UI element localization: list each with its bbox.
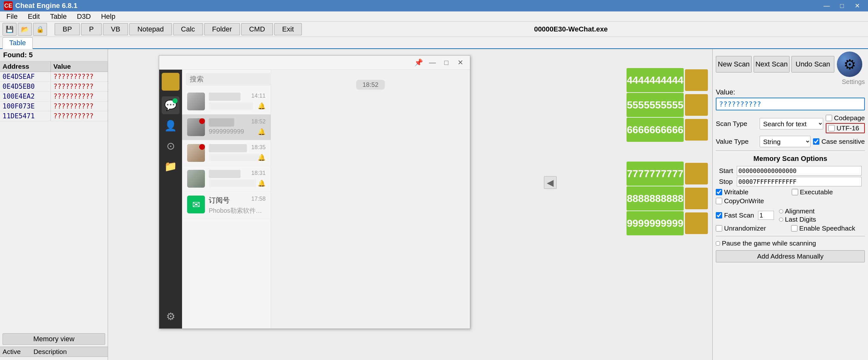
collapse-arrow-icon[interactable]: ◀: [544, 176, 557, 189]
memory-scan-options: Memory Scan Options Start Stop Writable …: [713, 153, 868, 234]
main-layout: Found: 5 Address Value 0E4DSEAF ????????…: [0, 49, 868, 360]
subscription-time: 17:58: [251, 196, 266, 205]
contact-info: 14:11: [209, 92, 266, 110]
case-sensitive-checkbox[interactable]: [813, 138, 819, 145]
table-row[interactable]: 0E4D5EB0 ??????????: [0, 82, 108, 91]
contact-item[interactable]: 18:52 9999999999 🔔: [182, 114, 271, 140]
start-value-input[interactable]: [737, 166, 862, 175]
nav-calc[interactable]: Calc: [173, 23, 203, 35]
subscription-icon: ✉: [187, 196, 205, 213]
utf16-checkbox-item[interactable]: UTF-16: [826, 123, 865, 133]
menu-help[interactable]: Help: [96, 11, 120, 21]
menu-file[interactable]: File: [1, 11, 23, 21]
alignment-radio-item[interactable]: Alignment: [779, 207, 816, 215]
fast-scan-checkbox[interactable]: [716, 212, 722, 219]
toolbar-btn-3[interactable]: 🔒: [33, 23, 47, 36]
contact-item[interactable]: 14:11 🔔: [182, 89, 271, 114]
unrandomizer-checkbox[interactable]: [716, 225, 722, 231]
add-address-button[interactable]: Add Address Manually: [716, 250, 865, 262]
table-row[interactable]: 100F073E ??????????: [0, 102, 108, 111]
number-btn-4[interactable]: 4444444444: [626, 68, 684, 92]
copyonwrite-checkbox-item[interactable]: CopyOnWrite: [716, 197, 789, 205]
pause-checkbox[interactable]: [716, 241, 720, 246]
number-thumb-4: [685, 69, 708, 91]
nav-cmd[interactable]: CMD: [241, 23, 273, 35]
enable-speedhack-label: Enable Speedhack: [799, 224, 855, 232]
tab-table[interactable]: Table: [3, 37, 33, 49]
subscription-item[interactable]: ✉ 订阅号 17:58 Phobos勒索软件变种之R...: [182, 192, 271, 219]
writable-checkbox[interactable]: [716, 189, 722, 195]
alignment-radio[interactable]: [779, 209, 783, 213]
settings-circle-icon[interactable]: ⚙: [837, 52, 862, 77]
table-row[interactable]: 100E4EA2 ??????????: [0, 91, 108, 102]
menu-table[interactable]: Table: [45, 11, 72, 21]
stop-value-input[interactable]: [737, 177, 862, 186]
executable-checkbox-item[interactable]: Executable: [792, 188, 865, 196]
wechat-nav-discover[interactable]: ⊙: [162, 137, 180, 155]
toolbar-btn-1[interactable]: 💾: [3, 23, 17, 36]
wechat-maximize-icon[interactable]: □: [441, 57, 452, 68]
enable-speedhack-checkbox-item[interactable]: Enable Speedhack: [791, 224, 865, 232]
nav-notepad[interactable]: Notepad: [129, 23, 172, 35]
last-digits-radio[interactable]: [779, 218, 783, 222]
wechat-nav-contacts[interactable]: 👤: [162, 117, 180, 135]
wechat-minimize-icon[interactable]: —: [427, 57, 438, 68]
col-header-address: Address: [0, 61, 51, 72]
maximize-button[interactable]: □: [835, 1, 849, 10]
number-btn-5[interactable]: 5555555555: [626, 93, 684, 117]
undo-scan-button[interactable]: Undo Scan: [792, 56, 834, 73]
enable-speedhack-checkbox[interactable]: [791, 225, 798, 231]
wechat-nav-messages[interactable]: 💬: [162, 96, 180, 114]
contact-item[interactable]: 18:35 🔔: [182, 140, 271, 166]
wechat-search-input[interactable]: [186, 73, 281, 86]
scan-type-select[interactable]: Search for text: [760, 118, 823, 130]
process-name: 00000E30-WeChat.exe: [534, 25, 608, 33]
number-thumb-7: [685, 163, 708, 185]
number-btn-6[interactable]: 6666666666: [626, 118, 684, 142]
toolbar-btn-2[interactable]: 📂: [18, 23, 32, 36]
next-scan-button[interactable]: Next Scan: [754, 56, 789, 73]
number-btn-8[interactable]: 8888888888: [626, 186, 684, 211]
menu-d3d[interactable]: D3D: [72, 11, 96, 21]
address-cell: 0E4DSEAF: [0, 72, 51, 81]
number-btn-9[interactable]: 9999999999: [626, 211, 684, 236]
divider-2: [716, 236, 865, 236]
codepage-checkbox[interactable]: [826, 115, 832, 121]
value-input[interactable]: [716, 98, 865, 110]
last-digits-radio-item[interactable]: Last Digits: [779, 216, 816, 223]
contact-avatar: [187, 118, 205, 136]
close-button[interactable]: ✕: [850, 1, 864, 10]
codepage-checkbox-item[interactable]: Codepage: [826, 114, 865, 122]
wechat-pin-icon[interactable]: 📌: [413, 57, 424, 68]
copyonwrite-checkbox[interactable]: [716, 198, 722, 204]
contact-item[interactable]: 18:31 🔔: [182, 166, 271, 192]
numbers-overlay: 4444444444 5555555555 6666666666 7777777…: [623, 49, 712, 323]
nav-bp[interactable]: BP: [55, 23, 80, 35]
nav-exit[interactable]: Exit: [274, 23, 302, 35]
utf16-checkbox[interactable]: [828, 125, 835, 131]
wechat-nav-settings[interactable]: ⚙: [162, 307, 180, 325]
minimize-button[interactable]: —: [820, 1, 834, 10]
new-scan-button[interactable]: New Scan: [716, 56, 752, 73]
nav-folder[interactable]: Folder: [204, 23, 240, 35]
table-row[interactable]: 0E4DSEAF ??????????: [0, 72, 108, 82]
number-btn-7[interactable]: 7777777777: [626, 162, 684, 186]
fast-scan-checkbox-item[interactable]: Fast Scan: [716, 211, 774, 220]
menu-edit[interactable]: Edit: [23, 11, 45, 21]
app-icon: CE: [4, 1, 13, 10]
nav-vb[interactable]: VB: [103, 23, 128, 35]
table-row[interactable]: 11DE5471 ??????????: [0, 111, 108, 121]
case-sensitive-checkbox-item[interactable]: Case sensitive: [813, 138, 865, 145]
fast-scan-value-input[interactable]: [758, 211, 774, 220]
scan-type-label: Scan Type: [716, 120, 757, 128]
right-panel: New Scan Next Scan Undo Scan ⚙ Settings …: [712, 49, 868, 360]
subscription-desc: Phobos勒索软件变种之R...: [209, 206, 266, 215]
nav-p[interactable]: P: [81, 23, 102, 35]
wechat-nav-files[interactable]: 📁: [162, 158, 180, 175]
wechat-close-icon[interactable]: ✕: [455, 57, 466, 68]
memory-view-button[interactable]: Memory view: [3, 333, 105, 345]
executable-checkbox[interactable]: [792, 189, 798, 195]
unrandomizer-checkbox-item[interactable]: Unrandomizer: [716, 224, 790, 232]
value-type-select[interactable]: String: [760, 136, 810, 147]
writable-checkbox-item[interactable]: Writable: [716, 188, 789, 196]
